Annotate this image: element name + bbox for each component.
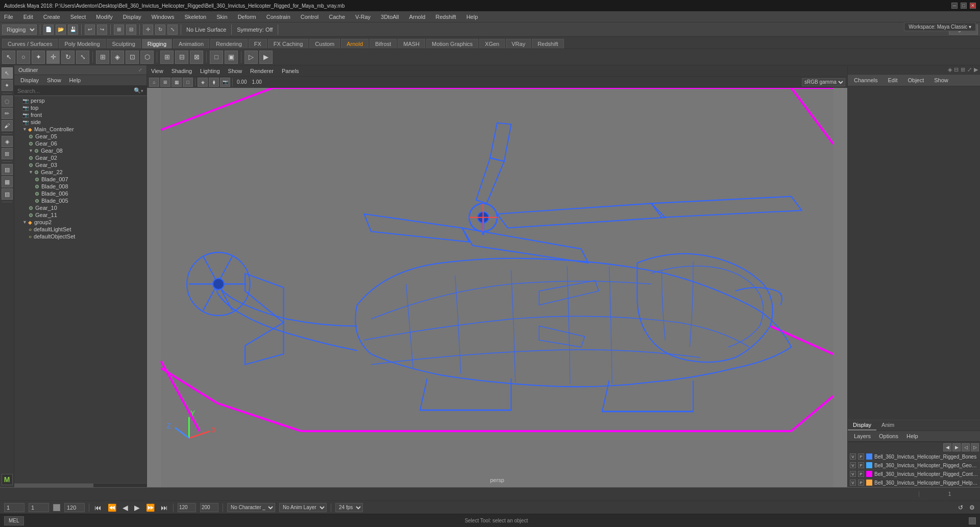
workspace-select[interactable]: Rigging — [2, 25, 37, 35]
rotate-btn[interactable]: ↻ — [155, 25, 165, 35]
display-tab[interactable]: Display — [848, 420, 876, 430]
paint-select-tool[interactable]: ✦ — [2, 80, 13, 91]
redo-btn[interactable]: ↪ — [97, 25, 107, 35]
rotate-tool-btn[interactable]: ↻ — [61, 51, 75, 64]
vp-grid-btn[interactable]: ⊞ — [160, 78, 170, 87]
tab-rendering[interactable]: Rendering — [210, 39, 248, 49]
layer-v-geometry[interactable]: V — [850, 462, 856, 468]
fps-select[interactable]: 24 fps — [335, 503, 363, 512]
menu-windows[interactable]: Windows — [150, 13, 177, 21]
outliner-item-blade006[interactable]: ⚙ Blade_006 — [14, 190, 146, 197]
layer-item-geometry[interactable]: V P Bell_360_Invictus_Helicopter_Rigged_… — [848, 461, 980, 470]
frame-range-box[interactable] — [53, 504, 60, 511]
outliner-item-blade005[interactable]: ⚙ Blade_005 — [14, 197, 146, 204]
outliner-display-menu[interactable]: Display — [18, 76, 41, 84]
outliner-item-side[interactable]: 📷 side — [14, 118, 146, 126]
tab-poly-modeling[interactable]: Poly Modeling — [59, 39, 105, 49]
tab-vray[interactable]: VRay — [506, 39, 531, 49]
select-tool-btn[interactable]: ↖ — [2, 51, 15, 64]
outliner-show-menu[interactable]: Show — [45, 76, 63, 84]
tab-mash[interactable]: MASH — [398, 39, 425, 49]
layers-menu-options[interactable]: Options — [877, 432, 900, 440]
snap1-btn[interactable]: ⊞ — [96, 51, 109, 64]
layer-p-controls[interactable]: P — [858, 471, 864, 477]
outliner-item-gear08[interactable]: ▼ ⚙ Gear_08 — [14, 147, 146, 154]
render1-btn[interactable]: ▷ — [244, 51, 258, 64]
menu-arnold[interactable]: Arnold — [407, 13, 427, 21]
outliner-help-menu[interactable]: Help — [67, 76, 83, 84]
layer-item-controls[interactable]: V P Bell_360_Invictus_Helicopter_Rigged_… — [848, 470, 980, 478]
viewport-lighting-menu[interactable]: Lighting — [198, 67, 222, 75]
loop-btn[interactable]: ↺ — [957, 504, 964, 511]
outliner-item-blade008[interactable]: ⚙ Blade_008 — [14, 183, 146, 190]
move-tool-btn[interactable]: ✛ — [46, 51, 60, 64]
menu-modify[interactable]: Modify — [94, 13, 114, 21]
layers-menu-help[interactable]: Help — [904, 432, 920, 440]
viewport-renderer-menu[interactable]: Renderer — [248, 67, 276, 75]
viewport-shading-menu[interactable]: Shading — [169, 67, 194, 75]
outliner-hscroll[interactable] — [14, 483, 146, 487]
anim-tab[interactable]: Anim — [876, 420, 899, 430]
lasso-tool[interactable]: ◌ — [2, 95, 13, 107]
tab-custom[interactable]: Custom — [309, 39, 340, 49]
tab-motion-graphics[interactable]: Motion Graphics — [426, 39, 478, 49]
show-hide-tool[interactable]: ◈ — [2, 136, 13, 147]
layer-ctrl-back2[interactable]: ◁ — [962, 443, 970, 451]
skip-back-btn[interactable]: ⏮ — [93, 504, 103, 512]
outliner-hscroll-thumb[interactable] — [14, 484, 93, 487]
no-anim-layer-select[interactable]: No Anim Layer — [279, 503, 327, 512]
vp-gamma-select[interactable]: sRGB gamma — [802, 78, 845, 86]
rp-icon2[interactable]: ⊟ — [954, 66, 959, 73]
tab-curves-surfaces[interactable]: Curves / Surfaces — [2, 39, 58, 49]
channels-menu-object[interactable]: Object — [905, 76, 926, 84]
vp-cam-btn[interactable]: 📷 — [220, 78, 230, 87]
tab-animation[interactable]: Animation — [173, 39, 209, 49]
snap3-btn[interactable]: ⊡ — [126, 51, 139, 64]
layer-ctrl-fwd2[interactable]: ▷ — [971, 443, 979, 451]
sculpt-tool[interactable]: ✏ — [2, 108, 13, 119]
vp-wire-btn[interactable]: ▦ — [172, 78, 182, 87]
menu-edit[interactable]: Edit — [21, 13, 35, 21]
menu-control[interactable]: Control — [299, 13, 321, 21]
paint-tool[interactable]: 🖌 — [2, 120, 13, 131]
outliner-item-gear22[interactable]: ▼ ⚙ Gear_22 — [14, 169, 146, 176]
range-max-input[interactable] — [200, 503, 218, 512]
outliner-item-gear10[interactable]: ⚙ Gear_10 — [14, 204, 146, 211]
settings-btn[interactable]: ⚙ — [968, 504, 976, 511]
frame-start-input[interactable] — [29, 503, 49, 512]
paint-btn[interactable]: ✦ — [32, 51, 45, 64]
snap-btn1[interactable]: ⊞ — [114, 25, 124, 35]
save-btn[interactable]: 💾 — [68, 25, 78, 35]
skip-fwd-btn[interactable]: ⏭ — [160, 504, 169, 512]
viewport-show-menu[interactable]: Show — [226, 67, 244, 75]
expand-gear08[interactable]: ▼ — [29, 148, 33, 153]
frame-end-input[interactable] — [64, 503, 85, 512]
camera2-btn[interactable]: ▣ — [225, 51, 238, 64]
no-character-select[interactable]: No Character _ — [227, 503, 275, 512]
play-fwd-btn[interactable]: ▶ — [133, 504, 141, 512]
outliner-item-front[interactable]: 📷 front — [14, 111, 146, 118]
lasso-btn[interactable]: ○ — [17, 51, 30, 64]
vp-iso-btn[interactable]: ⧫ — [209, 78, 219, 87]
menu-redshift[interactable]: Redshift — [433, 13, 458, 21]
menu-skeleton[interactable]: Skeleton — [182, 13, 208, 21]
layer-v-controls[interactable]: V — [850, 471, 856, 477]
rp-icon5[interactable]: ▶ — [974, 66, 978, 73]
outliner-item-gear03[interactable]: ⚙ Gear_03 — [14, 161, 146, 169]
layer-ctrl-back[interactable]: ◀ — [943, 443, 951, 451]
layer-item-helpers[interactable]: V P Bell_360_Invictus_Helicopter_Rigged_… — [848, 478, 980, 487]
vp-smooth-btn[interactable]: □ — [183, 78, 193, 87]
rp-icon1[interactable]: ◈ — [948, 66, 952, 73]
tab-sculpting[interactable]: Sculpting — [107, 39, 141, 49]
outliner-item-persp[interactable]: 📷 persp — [14, 97, 146, 104]
layer-p-geometry[interactable]: P — [858, 462, 864, 468]
tab-fx[interactable]: FX — [249, 39, 267, 49]
mel-mode-label[interactable]: MEL — [4, 516, 24, 525]
move-btn[interactable]: ✛ — [143, 25, 153, 35]
grid1-btn[interactable]: ⊞ — [160, 51, 174, 64]
menu-help[interactable]: Help — [464, 13, 480, 21]
layers-menu-layers[interactable]: Layers — [852, 432, 873, 440]
tab-rigging[interactable]: Rigging — [142, 39, 172, 49]
snap2-btn[interactable]: ◈ — [111, 51, 124, 64]
tab-redshift[interactable]: Redshift — [532, 39, 564, 49]
